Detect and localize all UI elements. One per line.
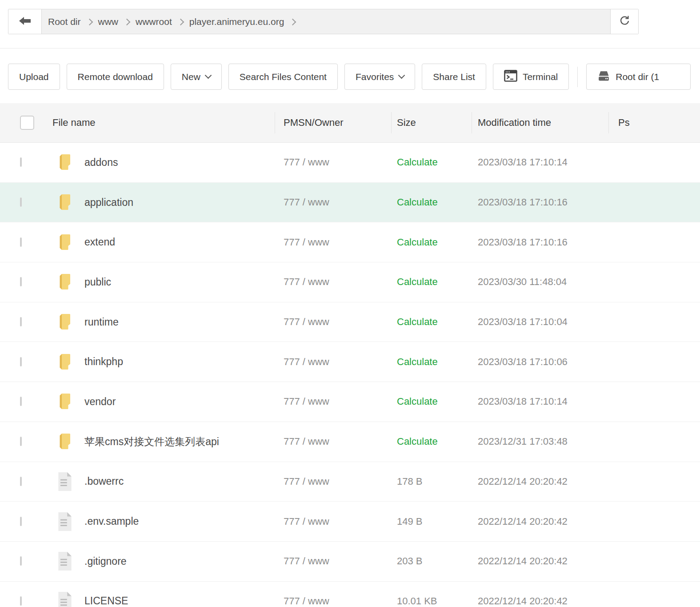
table-row[interactable]: public 777 / www Calculate 2023/03/30 11… [0,262,700,302]
breadcrumb-item[interactable]: player.animeryu.eu.org [189,16,284,27]
terminal-button[interactable]: Terminal [493,64,569,90]
row-checkbox[interactable] [20,556,22,566]
new-button-label: New [182,72,200,82]
file-size[interactable]: Calculate [397,197,438,208]
file-mtime: 2022/12/14 20:20:42 [472,555,608,567]
breadcrumb-item[interactable]: Root dir [48,16,81,27]
back-arrow-icon [19,16,31,28]
file-mtime: 2023/03/18 17:10:16 [472,197,608,208]
table-row[interactable]: .bowerrc 777 / www 178 B 2022/12/14 20:2… [0,462,700,502]
row-checkbox[interactable] [20,357,22,366]
row-checkbox[interactable] [20,277,22,286]
file-pmsn: 777 / www [275,356,391,368]
folder-icon [56,392,74,411]
share-list-button[interactable]: Share List [422,64,486,90]
search-files-content-button[interactable]: Search Files Content [228,64,338,90]
file-icon [56,472,74,491]
file-table-body: addons 777 / www Calculate 2023/03/18 17… [0,143,700,607]
table-row[interactable]: addons 777 / www Calculate 2023/03/18 17… [0,143,700,183]
table-row[interactable]: extend 777 / www Calculate 2023/03/18 17… [0,222,700,262]
search-files-button-label: Search Files Content [240,72,327,82]
file-size: 10.01 KB [397,595,437,607]
file-size[interactable]: Calculate [397,237,438,248]
breadcrumb-item[interactable]: wwwroot [136,16,172,27]
row-checkbox[interactable] [20,317,22,326]
file-name[interactable]: runtime [84,316,119,328]
file-pmsn: 777 / www [275,436,391,447]
file-name[interactable]: application [84,197,133,209]
file-name[interactable]: thinkphp [84,356,123,368]
file-pmsn: 777 / www [275,197,391,208]
file-pmsn: 777 / www [275,157,391,168]
column-header-ps[interactable]: Ps [608,103,700,142]
file-pmsn: 777 / www [275,516,391,527]
row-checkbox[interactable] [20,477,22,486]
column-header-file-name[interactable]: File name [52,103,275,142]
file-name[interactable]: .gitignore [84,555,127,567]
row-checkbox[interactable] [20,437,22,446]
file-name[interactable]: LICENSE [84,595,128,607]
file-mtime: 2023/03/18 17:10:04 [472,316,608,328]
file-mtime: 2023/03/30 11:48:04 [472,276,608,288]
file-name[interactable]: .bowerrc [84,475,124,487]
table-row[interactable]: .env.sample 777 / www 149 B 2022/12/14 2… [0,502,700,542]
column-header-pmsn-owner[interactable]: PMSN/Owner [275,103,391,142]
table-row[interactable]: 苹果cms对接文件选集列表api 777 / www Calculate 202… [0,422,700,462]
row-checkbox[interactable] [20,237,22,247]
file-name[interactable]: vendor [84,396,116,408]
file-mtime: 2023/03/18 17:10:16 [472,237,608,248]
file-name[interactable]: 苹果cms对接文件选集列表api [84,435,219,449]
file-name[interactable]: addons [84,157,118,169]
file-size: 178 B [397,476,423,487]
file-name[interactable]: public [84,276,111,288]
row-checkbox[interactable] [20,157,22,167]
row-checkbox[interactable] [20,397,22,406]
favorites-button-label: Favorites [356,72,394,82]
file-mtime: 2023/03/18 17:10:14 [472,157,608,168]
column-header-size[interactable]: Size [391,103,472,142]
table-row[interactable]: .gitignore 777 / www 203 B 2022/12/14 20… [0,542,700,582]
file-size[interactable]: Calculate [397,316,438,327]
file-pmsn: 777 / www [275,396,391,407]
file-size: 149 B [397,516,423,527]
root-dir-disk-button[interactable]: Root dir (1 [586,64,691,90]
breadcrumb: Root dirwwwwwwrootplayer.animeryu.eu.org [42,9,610,34]
share-list-button-label: Share List [433,72,475,82]
folder-icon [56,233,74,252]
file-mtime: 2022/12/14 20:20:42 [472,516,608,527]
section-divider [0,48,700,48]
file-size[interactable]: Calculate [397,276,438,287]
file-name[interactable]: .env.sample [84,515,139,527]
file-size[interactable]: Calculate [397,157,438,168]
column-header-modification-time[interactable]: Modification time [472,103,608,142]
chevron-right-icon [289,18,296,25]
file-size[interactable]: Calculate [397,396,438,407]
file-mtime: 2022/12/14 20:20:42 [472,476,608,487]
folder-icon [56,313,74,331]
row-checkbox[interactable] [20,197,22,207]
row-checkbox[interactable] [20,517,22,526]
back-button[interactable] [8,9,42,34]
table-row[interactable]: thinkphp 777 / www Calculate 2023/03/18 … [0,342,700,382]
file-name[interactable]: extend [84,236,115,248]
disk-icon [597,69,610,84]
table-row[interactable]: vendor 777 / www Calculate 2023/03/18 17… [0,382,700,422]
file-icon [56,552,74,571]
folder-icon [56,153,74,172]
select-all-checkbox[interactable] [20,116,34,130]
upload-button[interactable]: Upload [8,64,60,90]
file-toolbar: Upload Remote download New Search Files … [8,64,700,90]
file-size[interactable]: Calculate [397,436,438,447]
row-checkbox[interactable] [20,596,22,606]
favorites-button[interactable]: Favorites [344,64,415,90]
chevron-right-icon [124,18,131,25]
remote-download-button[interactable]: Remote download [67,64,164,90]
new-button[interactable]: New [171,64,222,90]
table-row[interactable]: LICENSE 777 / www 10.01 KB 2022/12/14 20… [0,582,700,607]
breadcrumb-item[interactable]: www [98,16,119,27]
file-pmsn: 777 / www [275,555,391,567]
table-row[interactable]: application 777 / www Calculate 2023/03/… [0,183,700,223]
file-size[interactable]: Calculate [397,356,438,367]
refresh-button[interactable] [610,9,638,34]
table-row[interactable]: runtime 777 / www Calculate 2023/03/18 1… [0,302,700,342]
